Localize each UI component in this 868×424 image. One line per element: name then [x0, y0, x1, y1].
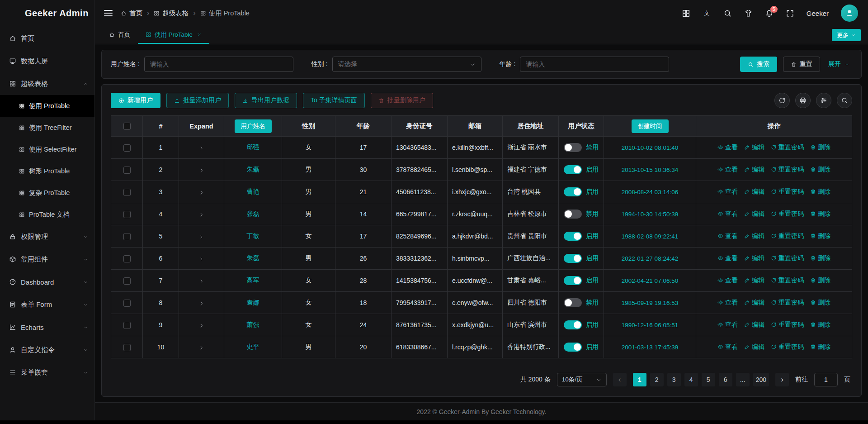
sidebar-item[interactable]: 超级表格 — [0, 72, 94, 95]
reset-password-action-link[interactable]: 重置密码 — [771, 188, 804, 196]
batch-add-user-button[interactable]: 批量添加用户 — [166, 93, 229, 108]
column-setting-button[interactable] — [816, 93, 831, 108]
view-action-link[interactable]: 查看 — [717, 321, 738, 329]
status-toggle[interactable] — [564, 320, 582, 329]
avatar[interactable] — [841, 5, 858, 22]
user-name-link[interactable]: 张磊 — [247, 210, 259, 217]
logo[interactable]: Geeker Admin — [0, 0, 94, 26]
reset-button[interactable]: 重置 — [783, 57, 820, 72]
sidebar-item[interactable]: Echarts — [0, 316, 94, 338]
tab-close-icon[interactable] — [197, 32, 202, 37]
expand-row-icon[interactable] — [198, 323, 204, 329]
page-button-6[interactable]: 6 — [719, 373, 732, 386]
status-toggle[interactable] — [564, 254, 582, 263]
export-user-data-button[interactable]: 导出用户数据 — [235, 93, 297, 108]
tab-首页[interactable]: 首页 — [101, 26, 138, 44]
refresh-button[interactable] — [774, 93, 790, 108]
status-toggle[interactable] — [564, 165, 582, 174]
edit-action-link[interactable]: 编辑 — [744, 299, 764, 307]
reset-password-action-link[interactable]: 重置密码 — [771, 299, 804, 307]
sidebar-item[interactable]: Dashboard — [0, 271, 94, 293]
expand-row-icon[interactable] — [198, 256, 204, 262]
sidebar-item[interactable]: 权限管理 — [0, 225, 94, 248]
row-checkbox[interactable] — [123, 211, 131, 218]
expand-row-icon[interactable] — [198, 234, 204, 240]
more-tabs-button[interactable]: 更多 — [832, 29, 861, 41]
username-input[interactable] — [144, 57, 293, 72]
delete-action-link[interactable]: 删除 — [810, 276, 830, 285]
row-checkbox[interactable] — [123, 255, 131, 262]
add-user-button[interactable]: 新增用户 — [111, 93, 160, 108]
status-toggle[interactable] — [564, 298, 582, 307]
user-name-link[interactable]: 高军 — [247, 276, 259, 284]
sidebar-subitem[interactable]: ProTable 文档 — [0, 204, 94, 225]
fullscreen-icon[interactable] — [786, 9, 794, 18]
expand-row-icon[interactable] — [198, 190, 204, 195]
user-name-link[interactable]: 朱磊 — [247, 166, 259, 173]
sidebar-subitem[interactable]: 使用 SelectFilter — [0, 138, 94, 160]
reset-password-action-link[interactable]: 重置密码 — [771, 276, 804, 285]
delete-action-link[interactable]: 删除 — [810, 232, 830, 240]
view-action-link[interactable]: 查看 — [717, 299, 738, 307]
sidebar-subitem[interactable]: 复杂 ProTable — [0, 182, 94, 204]
view-action-link[interactable]: 查看 — [717, 232, 738, 240]
reset-password-action-link[interactable]: 重置密码 — [771, 166, 804, 174]
edit-action-link[interactable]: 编辑 — [744, 143, 764, 152]
sidebar-item[interactable]: 常用组件 — [0, 248, 94, 271]
row-checkbox[interactable] — [123, 167, 131, 174]
status-toggle[interactable] — [564, 343, 582, 352]
status-toggle[interactable] — [564, 143, 582, 152]
search-icon[interactable] — [723, 9, 732, 18]
user-name-link[interactable]: 史平 — [247, 343, 259, 350]
prev-page-button[interactable]: ‹ — [613, 373, 627, 386]
page-button-3[interactable]: 3 — [667, 373, 681, 386]
view-action-link[interactable]: 查看 — [717, 343, 738, 351]
delete-action-link[interactable]: 删除 — [810, 210, 830, 218]
view-action-link[interactable]: 查看 — [717, 188, 738, 196]
expand-row-icon[interactable] — [198, 167, 204, 173]
breadcrumb-item[interactable]: 首页 — [121, 9, 142, 18]
collapse-menu-icon[interactable] — [104, 8, 113, 18]
language-icon[interactable] — [703, 9, 711, 18]
select-all-checkbox[interactable] — [123, 123, 131, 130]
gender-select[interactable]: 请选择 — [332, 57, 481, 72]
page-size-select[interactable]: 10条/页 — [557, 373, 607, 386]
row-checkbox[interactable] — [123, 322, 131, 329]
sidebar-subitem[interactable]: 使用 ProTable — [0, 95, 94, 117]
sidebar-item[interactable]: 表单 Form — [0, 293, 94, 316]
expand-button[interactable]: 展开 — [826, 57, 852, 72]
sidebar-subitem[interactable]: 树形 ProTable — [0, 160, 94, 182]
row-checkbox[interactable] — [123, 144, 131, 152]
edit-action-link[interactable]: 编辑 — [744, 321, 764, 329]
row-checkbox[interactable] — [123, 189, 131, 196]
delete-action-link[interactable]: 删除 — [810, 254, 830, 262]
edit-action-link[interactable]: 编辑 — [744, 166, 764, 174]
column-header-button[interactable]: 创建时间 — [632, 119, 669, 133]
reset-password-action-link[interactable]: 重置密码 — [771, 254, 804, 262]
sidebar-item[interactable]: 首页 — [0, 27, 94, 50]
breadcrumb-item[interactable]: 超级表格 — [154, 9, 189, 18]
edit-action-link[interactable]: 编辑 — [744, 210, 764, 218]
page-button-200[interactable]: 200 — [753, 373, 769, 386]
reset-password-action-link[interactable]: 重置密码 — [771, 343, 804, 351]
breadcrumb-item[interactable]: 使用 ProTable — [200, 9, 250, 18]
expand-row-icon[interactable] — [198, 145, 204, 151]
expand-row-icon[interactable] — [198, 300, 204, 306]
reset-password-action-link[interactable]: 重置密码 — [771, 321, 804, 329]
status-toggle[interactable] — [564, 232, 582, 241]
layout-setting-icon[interactable] — [682, 9, 690, 18]
user-name-link[interactable]: 萧强 — [247, 321, 259, 328]
theme-icon[interactable] — [744, 9, 753, 18]
status-toggle[interactable] — [564, 210, 582, 219]
search-button[interactable]: 搜索 — [740, 57, 777, 72]
to-detail-page-button[interactable]: To 子集详情页面 — [303, 93, 365, 108]
edit-action-link[interactable]: 编辑 — [744, 188, 764, 196]
user-name-link[interactable]: 曹艳 — [247, 188, 259, 195]
view-action-link[interactable]: 查看 — [717, 276, 738, 285]
next-page-button[interactable]: › — [775, 373, 789, 386]
reset-password-action-link[interactable]: 重置密码 — [771, 232, 804, 240]
row-checkbox[interactable] — [123, 344, 131, 351]
delete-action-link[interactable]: 删除 — [810, 188, 830, 196]
tab-使用 ProTable[interactable]: 使用 ProTable — [138, 26, 209, 44]
page-button-2[interactable]: 2 — [650, 373, 664, 386]
